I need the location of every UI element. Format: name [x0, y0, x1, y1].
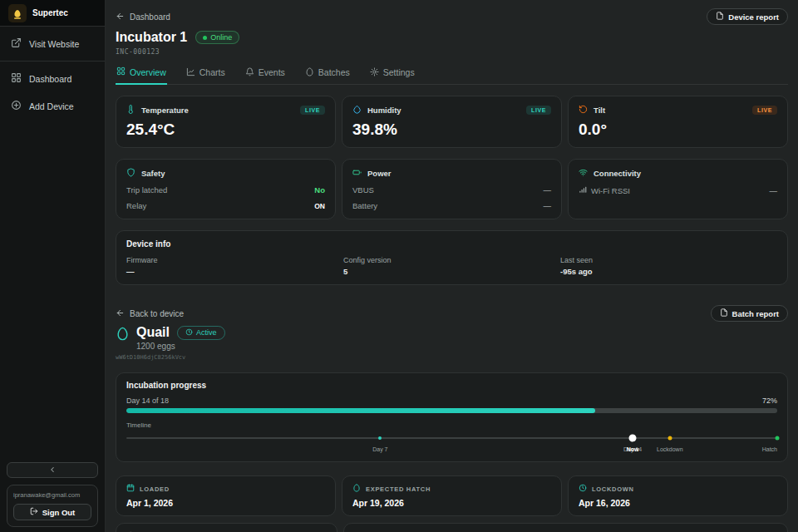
- batch-id: wW6tD10H6djC8256kVcv: [116, 354, 788, 361]
- live-badge: LIVE: [526, 106, 551, 115]
- back-link-label: Dashboard: [130, 12, 170, 22]
- kv-label: Battery: [352, 201, 377, 210]
- external-link-icon: [11, 37, 22, 50]
- timeline-label-lockdown: Lockdown: [657, 446, 683, 452]
- kv-row: VBUS —: [352, 185, 551, 195]
- trip-latched-value: No: [314, 185, 325, 195]
- batch-name: Quail: [136, 325, 170, 340]
- tab-overview[interactable]: Overview: [116, 64, 167, 85]
- device-report-button[interactable]: Device report: [707, 8, 788, 25]
- config-version-value: 5: [343, 267, 560, 276]
- progress-meta: Day 14 of 18 72%: [126, 397, 777, 405]
- temperature-card: Temperature LIVE 25.4°C: [116, 96, 336, 148]
- timeline: Day 7 Day 14 Now Lockdown Hatch: [126, 431, 777, 454]
- humidity-card: Humidity LIVE 39.8%: [342, 96, 562, 148]
- device-info-fields: Firmware — Config version 5 Last seen -9…: [126, 256, 777, 276]
- loaded-card: LOADED Apr 1, 2026: [116, 475, 336, 516]
- batch-date-cards: LOADED Apr 1, 2026 EXPECTED HATCH Apr 19…: [116, 475, 788, 516]
- sidebar-item-visit-website[interactable]: Visit Website: [0, 30, 105, 57]
- sidebar-item-label: Add Device: [29, 101, 74, 111]
- battery-icon: [352, 168, 362, 179]
- device-tabs: Overview Charts Events Batches Settings: [116, 64, 788, 85]
- gear-icon: [370, 67, 379, 78]
- tab-label: Settings: [383, 67, 415, 77]
- field-label: Config version: [343, 256, 560, 264]
- kv-label: Trip latched: [126, 185, 167, 195]
- kv-label: VBUS: [352, 185, 374, 195]
- firmware-value: —: [126, 267, 343, 276]
- sidebar-collapse-button[interactable]: [7, 462, 98, 478]
- bell-icon: [245, 67, 254, 78]
- live-badge: LIVE: [752, 106, 777, 115]
- tab-label: Events: [259, 67, 285, 77]
- timeline-dot-lockdown: [667, 436, 672, 441]
- droplet-icon: [352, 105, 362, 116]
- device-info-title: Device info: [126, 239, 777, 249]
- sidebar-item-dashboard[interactable]: Dashboard: [0, 65, 105, 92]
- tab-settings[interactable]: Settings: [369, 64, 416, 84]
- file-icon: [716, 12, 724, 22]
- timeline-label-hatch: Hatch: [762, 446, 777, 452]
- online-dot-icon: [203, 36, 207, 40]
- online-label: Online: [210, 33, 232, 42]
- timeline-label: Timeline: [126, 421, 777, 429]
- chart-line-icon: [186, 67, 195, 78]
- egg-icon: [116, 325, 130, 344]
- batch-topbar: Back to device Batch report: [116, 297, 788, 322]
- timeline-label-day7: Day 7: [372, 446, 387, 452]
- card-label: EXPECTED HATCH: [366, 485, 431, 493]
- sidebar-item-label: Dashboard: [29, 74, 71, 84]
- sidebar: Supertec Visit Website Dashboard: [0, 0, 106, 532]
- app-root: Supertec Visit Website Dashboard: [0, 0, 798, 532]
- expected-hatch-card: EXPECTED HATCH Apr 19, 2026: [342, 475, 562, 516]
- batch-meta-cards: STATUS Active CREATED BY 8CbjfYDQi0cros2…: [116, 523, 788, 532]
- main-content: Dashboard Device report Incubator 1 Onli…: [106, 0, 798, 532]
- shield-icon: [126, 168, 135, 179]
- batch-egg-count: 1200 eggs: [136, 342, 225, 351]
- batch-status-badge: Active: [177, 326, 225, 340]
- live-badge: LIVE: [300, 106, 325, 115]
- progress-percent: 72%: [762, 397, 777, 405]
- power-card: Power VBUS — Battery —: [342, 159, 562, 219]
- arrow-left-icon: [116, 12, 125, 22]
- temperature-value: 25.4°C: [126, 121, 325, 139]
- wifi-icon: [579, 168, 588, 179]
- progress-bar-fill: [126, 408, 595, 413]
- back-to-device-link[interactable]: Back to device: [116, 308, 184, 319]
- progress-title: Incubation progress: [126, 381, 777, 390]
- sidebar-item-add-device[interactable]: Add Device: [0, 92, 105, 120]
- card-label: Power: [367, 169, 392, 178]
- thermometer-icon: [126, 105, 135, 116]
- back-link-label: Back to device: [130, 309, 184, 318]
- chevron-left-icon: [48, 464, 57, 476]
- lockdown-date: Apr 16, 2026: [579, 498, 777, 508]
- divider: [0, 61, 105, 62]
- lockdown-card: LOCKDOWN Apr 16, 2026: [568, 475, 788, 516]
- batch-report-button[interactable]: Batch report: [711, 305, 788, 322]
- device-title-row: Incubator 1 Online: [116, 30, 788, 45]
- kv-row: Relay ON: [126, 201, 325, 210]
- brand[interactable]: Supertec: [0, 0, 105, 26]
- rotate-icon: [579, 105, 588, 116]
- tab-label: Batches: [318, 67, 350, 77]
- device-topbar: Dashboard Device report: [116, 0, 788, 25]
- progress-day-label: Day 14 of 18: [126, 397, 169, 405]
- sign-out-button[interactable]: Sign Out: [13, 504, 91, 520]
- grid-icon: [11, 72, 22, 85]
- kv-label: Wi-Fi RSSI: [591, 186, 630, 195]
- tab-label: Charts: [200, 67, 225, 77]
- timeline-line: [126, 437, 777, 439]
- tab-events[interactable]: Events: [244, 64, 286, 84]
- plus-circle-icon: [11, 100, 22, 112]
- card-label: LOADED: [140, 485, 170, 493]
- tab-batches[interactable]: Batches: [304, 64, 351, 84]
- batch-report-label: Batch report: [732, 309, 779, 318]
- brand-logo-icon: [8, 4, 27, 22]
- relay-value: ON: [314, 202, 325, 210]
- sidebar-bottom: ipranawake@gmail.com Sign Out: [0, 456, 105, 532]
- grid-icon: [116, 66, 126, 77]
- back-to-dashboard-link[interactable]: Dashboard: [116, 12, 170, 22]
- tab-charts[interactable]: Charts: [185, 64, 226, 84]
- tab-label: Overview: [130, 67, 166, 77]
- loaded-date: Apr 1, 2026: [126, 498, 325, 508]
